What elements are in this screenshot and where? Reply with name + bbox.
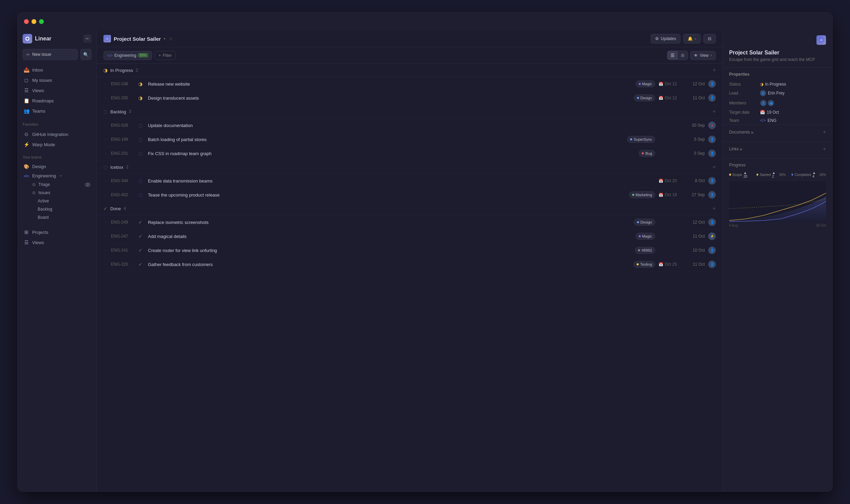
- label-dot: [639, 83, 641, 85]
- updates-icon: ⚙: [655, 36, 659, 41]
- team-value[interactable]: </> ENG: [760, 118, 776, 123]
- views-icon: ☰: [23, 88, 29, 93]
- status-value[interactable]: ◑ In Progress: [760, 82, 786, 87]
- table-row[interactable]: ⋯ ENG-220 ✓ Gather feedback from custome…: [97, 257, 723, 272]
- in-progress-name: In Progress: [110, 68, 133, 73]
- table-row[interactable]: ⋯ ENG-247 ✓ Add magical details Magic 11…: [97, 229, 723, 243]
- completed-count: ▲ 4: [812, 171, 818, 178]
- traffic-light-yellow[interactable]: [32, 19, 36, 24]
- brand[interactable]: Linear: [23, 34, 51, 43]
- notifications-button[interactable]: 🔔 ▾: [683, 34, 701, 43]
- table-row[interactable]: ⋯ ENG-250 ◑ Design translucent assets De…: [97, 91, 723, 105]
- group-backlog[interactable]: ◌ Backlog 3 +: [97, 105, 723, 118]
- view-dropdown-button[interactable]: 👁 View ▾: [690, 51, 716, 60]
- documents-section: Documents ▶ +: [723, 125, 832, 141]
- group-in-progress[interactable]: ◑ In Progress 2 +: [97, 64, 723, 77]
- sidebar-item-triage[interactable]: ⊙ Triage 2: [21, 180, 93, 189]
- project-icon: [103, 35, 111, 42]
- sidebar-item-board[interactable]: Board: [21, 213, 93, 222]
- issue-title: Fix CSS in roadmap team graph: [148, 151, 635, 156]
- updates-button[interactable]: ⚙ Updates: [651, 34, 680, 43]
- sidebar-item-github[interactable]: ⊙ GitHub Integration: [21, 129, 93, 139]
- started-percent: 38%: [779, 173, 786, 177]
- issue-labels: Marketing: [629, 191, 655, 198]
- label-tag[interactable]: Magic: [636, 233, 655, 240]
- chart-labels: 4 Aug 20 Oct: [729, 222, 826, 229]
- done-add-button[interactable]: +: [713, 205, 716, 212]
- done-count: 4: [124, 206, 126, 211]
- table-row[interactable]: ⋯ ENG-199 ◌ Batch loading of partial sto…: [97, 133, 723, 147]
- traffic-light-green[interactable]: [39, 19, 44, 24]
- sidebar-item-projects[interactable]: ⊞ Projects: [21, 227, 93, 237]
- view-chevron: ▾: [710, 53, 712, 57]
- sidebar-item-backlog[interactable]: Backlog: [21, 205, 93, 213]
- issue-title: Add magical details: [148, 234, 632, 239]
- chart-start-date: 4 Aug: [729, 224, 738, 227]
- issue-id: ENG-241: [111, 248, 135, 253]
- sidebar-item-warp[interactable]: ⚡ Warp Mode: [21, 139, 93, 150]
- table-row[interactable]: ⋯ ENG-402 ◌ Tease the upcoming product r…: [97, 188, 723, 202]
- sidebar-item-design[interactable]: 🎨 Design: [21, 162, 93, 171]
- favorite-star-icon[interactable]: ☆: [168, 36, 173, 41]
- sidebar-item-inbox[interactable]: 📥 Inbox: [21, 65, 93, 75]
- teams-section: 🎨 Design </> Engineering ▾ ⊙ Triage 2 ⊙ …: [18, 161, 96, 223]
- target-date-value[interactable]: 📅 19 Oct: [760, 110, 779, 115]
- search-button[interactable]: 🔍: [80, 49, 91, 60]
- table-row[interactable]: ⋯ ENG-344 ◌ Enable data transmission bea…: [97, 174, 723, 188]
- label-tag[interactable]: Design: [634, 219, 655, 226]
- table-row[interactable]: ⋯ ENG-241 ✓ Create router for view link …: [97, 243, 723, 257]
- grid-view-button[interactable]: ⊞: [678, 51, 688, 60]
- filter-button[interactable]: + Filter: [155, 51, 176, 60]
- issue-labels: Design: [634, 94, 655, 101]
- issue-meta-date: 11 Oct: [686, 234, 705, 239]
- due-date-text: Oct 25: [665, 262, 677, 267]
- views2-label: Views: [32, 240, 44, 245]
- in-progress-add-button[interactable]: +: [713, 67, 716, 73]
- traffic-light-red[interactable]: [24, 19, 29, 24]
- in-progress-icon: ◑: [103, 67, 108, 73]
- label-tag[interactable]: Testing: [634, 261, 655, 268]
- label-tag[interactable]: SuperSync: [627, 136, 655, 143]
- table-row[interactable]: ⋯ ENG-248 ◑ Release new website Magic 📅 …: [97, 77, 723, 91]
- engineering-tag[interactable]: </> Engineering 89%: [103, 51, 152, 60]
- sidebar-item-views[interactable]: ☰ Views: [21, 85, 93, 96]
- in-progress-count: 2: [136, 68, 138, 73]
- sidebar-item-roadmaps[interactable]: 📋 Roadmaps: [21, 96, 93, 106]
- edit-icon[interactable]: ✏: [83, 35, 91, 43]
- team-text: ENG: [767, 118, 776, 123]
- label-tag[interactable]: Magic: [636, 80, 655, 87]
- issue-id: ENG-199: [111, 137, 135, 142]
- label-tag[interactable]: Design: [634, 94, 655, 101]
- label-tag[interactable]: Marketing: [629, 191, 655, 198]
- table-row[interactable]: ⋯ ENG-249 ✓ Replace isometric screenshot…: [97, 215, 723, 229]
- backlog-add-button[interactable]: +: [713, 109, 716, 115]
- sidebar-item-engineering[interactable]: </> Engineering ▾: [21, 171, 93, 180]
- members-label: Members: [729, 101, 757, 105]
- links-add-button[interactable]: +: [823, 146, 826, 152]
- sidebar-item-teams[interactable]: 👥 Teams: [21, 106, 93, 116]
- group-icebox[interactable]: ◌ Icebox 2 +: [97, 161, 723, 174]
- issue-meta-date: 5 Sep: [686, 151, 705, 156]
- sidebar-item-active[interactable]: Active: [21, 197, 93, 205]
- engineering-label: Engineering: [32, 173, 56, 178]
- lead-value[interactable]: 👤 Erin Frey: [760, 90, 785, 96]
- members-value[interactable]: 👤 👥: [760, 100, 775, 106]
- sidebar-item-views2[interactable]: ☰ Views: [21, 237, 93, 248]
- layout-button[interactable]: ⊟: [703, 34, 716, 43]
- documents-add-button[interactable]: +: [823, 129, 826, 135]
- list-view-button[interactable]: ☰: [667, 51, 678, 60]
- group-done[interactable]: ✓ Done 4 +: [97, 202, 723, 215]
- table-row[interactable]: ⋯ ENG-201 ◌ Fix CSS in roadmap team grap…: [97, 147, 723, 161]
- icebox-add-button[interactable]: +: [713, 164, 716, 170]
- label-tag[interactable]: Bug: [639, 150, 655, 157]
- target-date-label: Target date: [729, 110, 757, 115]
- sidebar-item-issues[interactable]: ⊙ Issues: [21, 189, 93, 197]
- sidebar-item-my-issues[interactable]: ◻ My issues: [21, 75, 93, 85]
- label-dot: [638, 249, 640, 251]
- label-name: Design: [640, 220, 652, 224]
- panel-icon[interactable]: [816, 35, 826, 45]
- project-dropdown-icon[interactable]: ▾: [164, 37, 166, 41]
- table-row[interactable]: ⋯ ENG-028 ◌ Update documentation 30 Sep …: [97, 118, 723, 133]
- new-issue-button[interactable]: ✏ New issue: [23, 49, 78, 60]
- label-tag[interactable]: #8992: [635, 247, 655, 254]
